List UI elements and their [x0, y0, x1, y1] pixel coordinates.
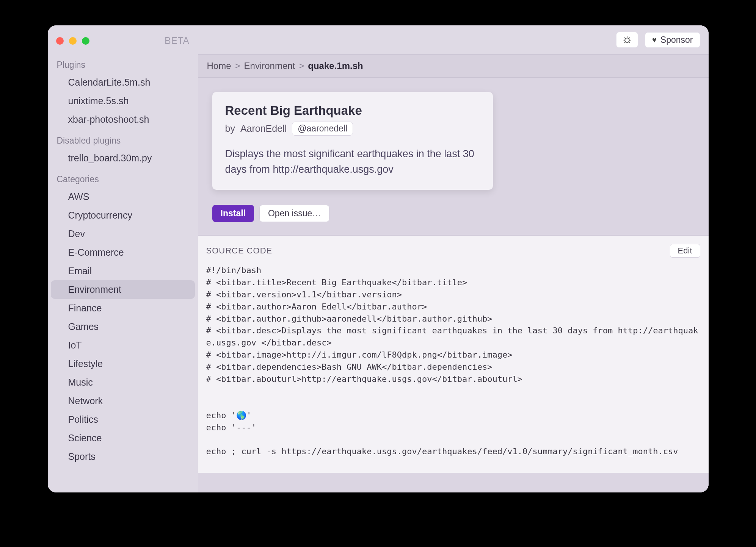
- sidebar-category-item[interactable]: IoT: [51, 336, 195, 355]
- sidebar-category-item[interactable]: Dev: [51, 225, 195, 243]
- breadcrumb-sep: >: [299, 61, 304, 71]
- window-close-button[interactable]: [56, 37, 64, 45]
- source-head: SOURCE CODE Edit: [198, 236, 709, 264]
- source-block: SOURCE CODE Edit #!/bin/bash # <bitbar.t…: [198, 235, 709, 473]
- sidebar-plugin-item[interactable]: xbar-photoshoot.sh: [51, 110, 195, 129]
- sidebar-category-item[interactable]: Email: [51, 262, 195, 280]
- sidebar-category-item[interactable]: Lifestyle: [51, 355, 195, 373]
- sidebar-category-item[interactable]: Games: [51, 317, 195, 336]
- sidebar-category-item[interactable]: Science: [51, 429, 195, 447]
- by-prefix: by: [225, 123, 235, 134]
- categories-header: Categories: [48, 167, 198, 188]
- sidebar-disabled-plugin-item[interactable]: trello_board.30m.py: [51, 149, 195, 167]
- plugins-header: Plugins: [48, 53, 198, 73]
- action-row: Install Open issue…: [212, 205, 709, 222]
- svg-line-7: [628, 42, 630, 43]
- main-panel: ♥ Sponsor Home>Environment>quake.1m.sh R…: [198, 25, 709, 492]
- install-button[interactable]: Install: [212, 205, 254, 222]
- sidebar: BETA Plugins CalendarLite.5m.shunixtime.…: [48, 25, 198, 492]
- sidebar-category-item[interactable]: AWS: [51, 188, 195, 206]
- traffic-lights: [56, 37, 89, 45]
- titlebar: BETA: [48, 32, 198, 53]
- sidebar-plugin-item[interactable]: unixtime.5s.sh: [51, 92, 195, 110]
- author-handle-button[interactable]: @aaronedell: [292, 122, 353, 136]
- source-title: SOURCE CODE: [206, 246, 273, 256]
- sidebar-category-item[interactable]: Politics: [51, 410, 195, 429]
- heart-icon: ♥: [652, 36, 657, 44]
- plugin-description: Displays the most significant earthquake…: [225, 146, 480, 177]
- sponsor-label: Sponsor: [660, 35, 693, 45]
- plugin-author: AaronEdell: [240, 123, 287, 134]
- sidebar-category-item[interactable]: Finance: [51, 299, 195, 317]
- breadcrumb-sep: >: [235, 61, 240, 71]
- svg-line-4: [624, 38, 626, 39]
- svg-line-6: [624, 42, 626, 43]
- sponsor-button[interactable]: ♥ Sponsor: [645, 32, 700, 48]
- plugin-card: Recent Big Earthquake by AaronEdell @aar…: [212, 92, 493, 190]
- plugin-title: Recent Big Earthquake: [225, 103, 480, 118]
- sidebar-category-item[interactable]: E-Commerce: [51, 243, 195, 262]
- plugin-byline: by AaronEdell @aaronedell: [225, 122, 480, 136]
- topbar: ♥ Sponsor: [198, 25, 709, 54]
- report-bug-button[interactable]: [616, 32, 638, 48]
- breadcrumb: Home>Environment>quake.1m.sh: [198, 54, 709, 78]
- content-scroll[interactable]: Recent Big Earthquake by AaronEdell @aar…: [198, 78, 709, 492]
- sidebar-plugin-item[interactable]: CalendarLite.5m.sh: [51, 73, 195, 92]
- source-code[interactable]: #!/bin/bash # <bitbar.title>Recent Big E…: [198, 264, 709, 458]
- beta-badge: BETA: [165, 35, 189, 46]
- breadcrumb-link[interactable]: Environment: [244, 61, 295, 71]
- open-issue-button[interactable]: Open issue…: [259, 205, 329, 222]
- bug-icon: [622, 34, 632, 45]
- sidebar-category-item[interactable]: Network: [51, 392, 195, 410]
- sidebar-category-item[interactable]: Environment: [51, 280, 195, 299]
- disabled-plugins-header: Disabled plugins: [48, 129, 198, 149]
- window-zoom-button[interactable]: [82, 37, 89, 45]
- sidebar-category-item[interactable]: Cryptocurrency: [51, 206, 195, 225]
- breadcrumb-current: quake.1m.sh: [308, 61, 363, 71]
- window-minimize-button[interactable]: [69, 37, 77, 45]
- svg-line-5: [628, 38, 630, 39]
- app-window: BETA Plugins CalendarLite.5m.shunixtime.…: [48, 25, 709, 492]
- edit-button[interactable]: Edit: [670, 244, 700, 258]
- sidebar-category-item[interactable]: Music: [51, 373, 195, 392]
- breadcrumb-link[interactable]: Home: [207, 61, 231, 71]
- sidebar-category-item[interactable]: Sports: [51, 447, 195, 466]
